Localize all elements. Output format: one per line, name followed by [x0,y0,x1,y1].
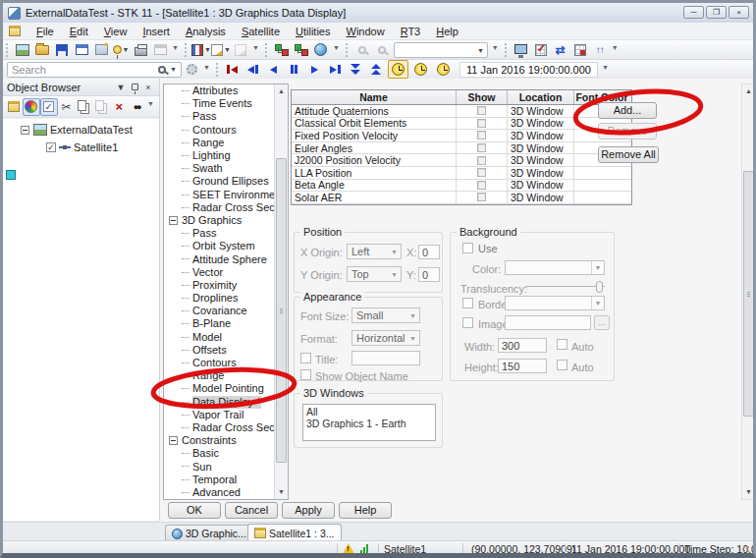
nav-tree-item[interactable]: SEET Environment [164,189,288,201]
open-button[interactable] [32,41,52,59]
new-scenario-button[interactable] [13,41,32,59]
width-field[interactable]: 300 [498,338,547,353]
panel-close-button[interactable]: × [141,83,155,92]
nav-tree-item[interactable]: Model Pointing [164,382,288,395]
reset-button[interactable] [223,61,242,78]
cut-button[interactable]: ✂ [58,98,76,116]
nav-tree-item[interactable]: Contours [164,124,288,137]
show-checkbox[interactable] [477,119,486,128]
show-object-name-checkbox[interactable] [300,369,311,380]
graph-manager-button[interactable]: ▼ [211,41,231,59]
y-field[interactable]: 0 [418,267,440,282]
show-checkbox[interactable] [477,143,486,152]
show-checkbox[interactable] [477,156,486,165]
apply-button[interactable]: Apply [282,502,335,519]
desktop-button[interactable] [512,41,531,59]
nav-tree-item[interactable]: Radar Cross Section [164,201,288,214]
nav-tree-item[interactable]: Contours [164,357,288,369]
col-header-name[interactable]: Name [292,90,457,104]
copy-button[interactable] [76,98,93,116]
animation-time-display[interactable]: 11 Jan 2016 19:00:00.000 [459,62,598,78]
toolbar-overflow[interactable]: ▼ [612,44,619,51]
nav-tree-item[interactable]: Pass [164,110,288,123]
menu-item[interactable]: Insert [135,24,178,39]
nav-tree-item[interactable]: B-Plane [164,317,288,330]
error-table-button[interactable] [570,41,590,59]
nav-tree-item[interactable]: Offsets [164,344,288,357]
nav-tree-item[interactable]: Vapor Trail [164,409,288,421]
toolbar-grip[interactable] [216,63,220,77]
color-filter-button[interactable] [23,98,40,116]
delete-button[interactable]: × [110,98,128,116]
toolbar-grip[interactable] [265,43,269,57]
menu-item[interactable]: Window [338,24,392,39]
pause-button[interactable] [285,61,303,78]
menu-item[interactable]: Satellite [234,24,288,39]
toolbar-overflow[interactable]: ▼ [333,44,340,51]
dialog-scrollbar[interactable]: ▲ ▼ [741,84,756,500]
web-button[interactable] [311,41,331,59]
menu-item[interactable]: Analysis [178,24,234,39]
nav-tree-item[interactable]: Pass [164,227,288,240]
nav-tree-item[interactable]: Temporal [164,474,288,486]
nav-tree-item[interactable]: 3D Graphics [164,214,288,227]
chevron-down-icon[interactable]: ▼ [170,66,177,73]
col-header-location[interactable]: Location [508,90,574,104]
nav-scrollbar[interactable]: ▲ ▼ [274,84,288,499]
show-checkbox[interactable] [477,131,486,140]
report-manager-button[interactable]: ▼ [191,41,211,59]
nav-tree-item[interactable]: Attitude Sphere [164,252,288,265]
view-select-combobox[interactable]: ▼ [394,42,488,58]
col-header-show[interactable]: Show [457,90,508,104]
play-forward-button[interactable] [305,61,324,78]
toolbar-grip[interactable] [346,43,350,57]
scroll-up-arrow[interactable]: ▲ [742,84,755,98]
height-field[interactable]: 150 [498,359,547,373]
show-checkbox[interactable] [477,168,486,177]
width-auto-checkbox[interactable] [557,339,567,350]
object-color-chip[interactable] [6,170,16,180]
font-size-combobox[interactable]: Small▼ [351,307,420,323]
border-color-combobox[interactable]: ▼ [505,296,605,310]
sync-button[interactable]: ⇄ [551,41,570,59]
increase-step-button[interactable] [367,61,386,78]
realtime-mode-button[interactable] [388,60,408,79]
title-field[interactable] [351,351,420,365]
nav-tree-item[interactable]: Swath [164,162,288,175]
toolbar-overflow[interactable]: ▼ [172,44,179,51]
menu-item[interactable]: Edit [62,24,96,39]
translucency-slider[interactable] [525,280,605,294]
use-checkbox[interactable] [462,243,473,253]
toolbar-overflow[interactable]: ▼ [252,44,259,51]
xreal-mode-button[interactable] [410,60,431,79]
x-field[interactable]: 0 [418,245,440,259]
format-combobox[interactable]: Horizontal▼ [351,330,420,346]
zoom-out-button[interactable] [372,41,392,59]
toolbar-overflow[interactable]: ▼ [147,100,154,107]
list-item[interactable]: All [306,406,432,418]
search-icon[interactable] [158,66,166,74]
toolbar-grip[interactable] [185,43,189,57]
menu-item[interactable]: Utilities [288,24,338,39]
nav-tree-item[interactable]: Radar Cross Section [164,421,288,434]
tree-node-scenario[interactable]: ExternalDataTest [3,123,159,137]
show-checkbox[interactable] [477,193,486,201]
locate-button[interactable]: ▼ [111,41,131,59]
panel-pin-button[interactable] [128,83,141,92]
menu-item[interactable]: RT3 [393,24,429,39]
tab-3d-graphics[interactable]: 3D Graphic... [165,525,253,541]
nav-tree-item[interactable]: Proximity [164,279,288,292]
paste-button[interactable] [92,98,110,116]
tab-satellite1[interactable]: Satellite1 : 3... [247,524,342,541]
stats-button[interactable]: ↑↑ [590,41,610,59]
menu-item[interactable]: View [96,24,135,39]
analysis-button[interactable] [231,41,250,59]
title-bar[interactable]: ExternalDataTest - STK 11 - [Satellite1 … [3,3,753,23]
image-checkbox[interactable] [462,317,473,328]
scroll-down-arrow[interactable]: ▼ [742,485,755,499]
time-reset-button[interactable] [433,60,454,79]
snapshot-button[interactable] [150,41,170,59]
nav-tree-item[interactable]: Data Display * [164,396,288,409]
table-row[interactable]: Euler Angles 3D Window [292,142,631,155]
nav-tree-item[interactable]: Advanced [164,486,288,499]
